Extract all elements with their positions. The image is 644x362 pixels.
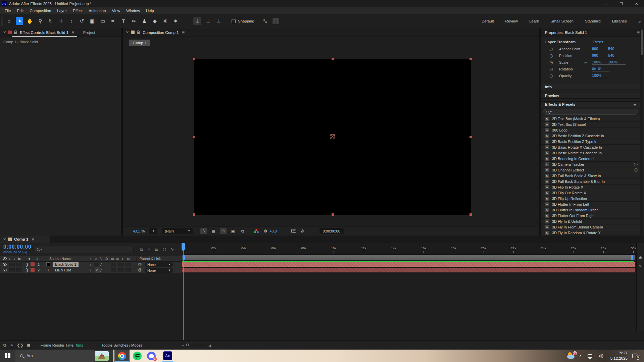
property-value[interactable]: 100% (592, 73, 609, 78)
layer-visibility-icon[interactable] (3, 269, 7, 271)
effects-preset-item[interactable]: fx 3D Basic Position Z Type In (541, 139, 640, 145)
panel-scrollbar[interactable] (640, 28, 643, 236)
quality-switch[interactable]: ╱ (100, 262, 105, 267)
zoom-in-icon[interactable]: ▲ (208, 343, 212, 347)
effects-preset-item[interactable]: fx 3D Fly In From Behind Camera (541, 224, 640, 230)
frame-blending-icon[interactable]: ▤ (154, 246, 159, 253)
layer-transform-label[interactable]: Layer Transform (545, 40, 576, 44)
current-timecode[interactable]: 0:00:00:00 (3, 244, 31, 250)
effects-preset-item[interactable]: fx 3D Fly In & Unfold (541, 219, 640, 224)
layer-name[interactable]: Black Solid 1 (53, 262, 79, 267)
stopwatch-icon[interactable]: ◷ (549, 67, 553, 71)
source-name-column-header[interactable]: Source Name (49, 256, 71, 261)
lock-icon[interactable] (14, 32, 17, 34)
transform-handle[interactable] (332, 213, 334, 216)
effects-preset-item[interactable]: fx 3D Fly In Random & Rotate Y (541, 230, 640, 236)
tool-button[interactable]: ▭ (99, 17, 106, 25)
taskbar-search-input[interactable]: Ara (15, 350, 94, 362)
menu-item[interactable]: Animation (86, 9, 109, 13)
effects-preset-item[interactable]: fx 3D Flip Out Rotate X (541, 190, 640, 196)
transform-handle[interactable] (332, 58, 334, 60)
axis-mode-button[interactable]: ⊥ (193, 17, 201, 25)
minimize-button[interactable]: — (599, 0, 614, 7)
start-button[interactable] (0, 350, 15, 362)
shy-switch-icon[interactable]: ♁ (89, 256, 94, 261)
weather-tray-icon[interactable]: 2 (567, 352, 576, 360)
link-dimensions-icon[interactable]: ∞ (584, 60, 587, 65)
spotify-app-icon[interactable] (133, 352, 142, 360)
panel-menu-icon[interactable]: ≡ (72, 30, 75, 35)
workspace-tab[interactable]: Small Screen (551, 19, 574, 23)
taskbar-clock[interactable]: 19:27 5.12.2025 (610, 351, 628, 361)
composition-viewer[interactable] (123, 37, 539, 226)
tab-effect-controls[interactable]: Effect Controls Black Solid 1 (20, 31, 68, 35)
workspace-tab[interactable]: Learn (529, 19, 539, 23)
anchor-point-icon[interactable] (329, 133, 336, 140)
effects-preset-item[interactable]: fx 3D Flutter In From Left (541, 202, 640, 207)
effects-presets-header[interactable]: Effects & Presets ≡ (541, 101, 640, 107)
property-value[interactable]: 100% (592, 60, 609, 65)
exposure-icon[interactable]: ❂ (262, 228, 269, 234)
workspace-tab[interactable]: Standard (585, 19, 601, 23)
axis-mode-button[interactable]: ⊥ (204, 17, 212, 25)
tool-button[interactable]: ↻ (47, 17, 54, 25)
zoom-slider-track[interactable] (186, 345, 206, 345)
tab-comp1-timeline[interactable]: ✕ Comp 1 ≡ (0, 236, 50, 243)
playhead[interactable] (182, 243, 185, 249)
switch-cell[interactable] (118, 268, 123, 272)
effects-preset-item[interactable]: fx 3D Basic Position Z Cascade In (541, 133, 640, 139)
graph-editor-icon[interactable]: ∿ (170, 246, 175, 253)
parent-dropdown[interactable]: None▼ (145, 268, 173, 273)
workspace-tab[interactable]: Libraries (612, 19, 627, 23)
layer-visibility-icon[interactable] (3, 263, 7, 266)
info-icon[interactable]: ⓘ (634, 168, 638, 173)
parent-link-column-header[interactable]: Parent & Link (140, 256, 161, 261)
transform-handle[interactable] (193, 136, 195, 138)
tool-button[interactable]: ◆ (151, 17, 158, 25)
shy-layers-icon[interactable]: ♁ (147, 246, 151, 253)
info-panel-header[interactable]: Info (541, 84, 640, 90)
expand-layer-icon[interactable]: ❯ (26, 262, 29, 267)
mask-visibility-icon[interactable]: ▱ (220, 228, 227, 234)
tab-project[interactable]: Project (83, 31, 95, 35)
panel-menu-icon[interactable]: ≡ (32, 237, 34, 242)
close-panel-icon[interactable]: ✕ (3, 237, 6, 242)
effects-preset-item[interactable]: fx 3D Bouncing In Centered (541, 156, 640, 162)
menu-item[interactable]: Help (143, 9, 157, 13)
effects-search-input[interactable]: ▼ (543, 109, 638, 115)
fast-previews-icon[interactable]: ϟ (200, 228, 207, 234)
fx-switch-icon[interactable]: fx (105, 256, 110, 261)
quality-switch-icon[interactable]: ╲ (100, 256, 105, 261)
zoom-out-icon[interactable]: ▴ (182, 344, 184, 347)
black-solid-layer[interactable] (194, 59, 471, 215)
work-area-bar[interactable] (182, 255, 635, 260)
menu-item[interactable]: Window (123, 9, 143, 13)
toggle-cell[interactable] (16, 263, 21, 266)
tool-button[interactable]: ♟ (141, 17, 148, 25)
switch-cell[interactable] (111, 268, 116, 272)
three-d-switch-icon[interactable]: ◍ (127, 256, 132, 261)
toggle-switches-modes-button[interactable]: Toggle Switches / Modes (101, 343, 142, 347)
tool-button[interactable]: ✶ (172, 17, 179, 25)
property-value[interactable]: 960 (592, 47, 609, 51)
tool-button[interactable]: ↕ (68, 17, 75, 25)
label-column-icon[interactable]: ◆ (28, 256, 31, 261)
tool-button[interactable]: T (120, 17, 127, 25)
channel-display-icon[interactable] (254, 229, 259, 233)
solo-column-icon[interactable]: ● (14, 256, 15, 261)
effects-preset-item[interactable]: fx 2D Text Box (Mask & Effects) (541, 116, 640, 122)
tab-composition[interactable]: Composition Comp 1 (143, 31, 179, 35)
effects-preset-item[interactable]: 32 3D Camera Tracker ⓘ (541, 162, 640, 167)
notification-center-icon[interactable]: 9 (632, 354, 638, 358)
work-area-end-handle[interactable] (631, 255, 633, 260)
expand-transfer-controls-icon[interactable]: ◳ (10, 343, 13, 348)
tool-button[interactable]: ↺ (78, 17, 86, 25)
reset-link[interactable]: Reset (593, 40, 603, 44)
region-of-interest-icon[interactable]: ▣ (230, 228, 236, 234)
axis-mode-button[interactable]: ⊥ (215, 17, 223, 25)
layer-row-2[interactable]: ❯ 2 T LIENTUM ♁ ✳ ╱ @ None▼ (0, 267, 182, 273)
layer-name[interactable]: LIENTUM (53, 268, 73, 272)
workspace-tab[interactable]: Default (482, 19, 494, 23)
discord-app-icon[interactable]: 9+ (147, 352, 156, 360)
snapshot-region-icon[interactable]: ⧉ (239, 228, 246, 234)
